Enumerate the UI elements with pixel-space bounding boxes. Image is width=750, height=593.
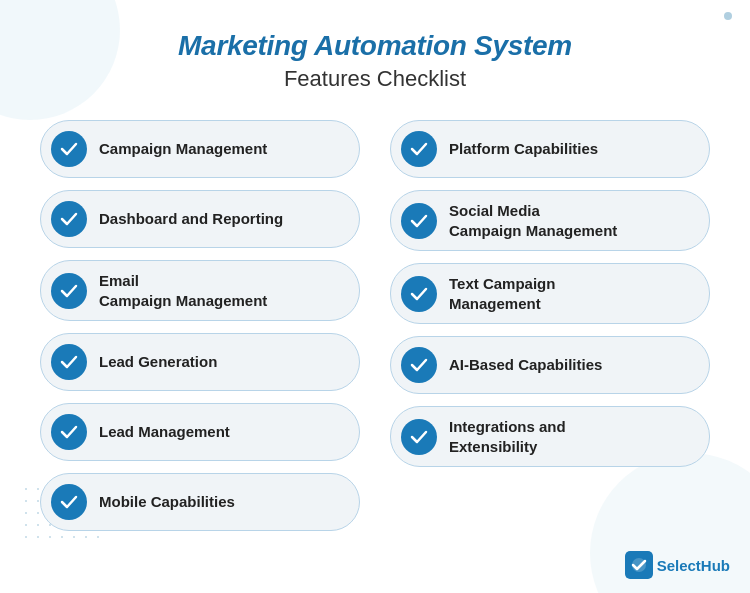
checkmark-svg xyxy=(409,355,429,375)
check-icon-text-campaign xyxy=(401,276,437,312)
check-icon-platform-capabilities xyxy=(401,131,437,167)
main-content: Marketing Automation System Features Che… xyxy=(0,0,750,551)
checkmark-svg xyxy=(59,281,79,301)
checklist-item-platform-capabilities: Platform Capabilities xyxy=(390,120,710,178)
selecthub-logo: SelectHub xyxy=(625,551,730,579)
checklist-grid: Campaign Management Dashboard and Report… xyxy=(40,120,710,531)
label-dashboard-reporting: Dashboard and Reporting xyxy=(99,209,283,229)
checkmark-svg xyxy=(59,352,79,372)
checklist-item-dashboard-reporting: Dashboard and Reporting xyxy=(40,190,360,248)
selecthub-bold: Select xyxy=(657,557,701,574)
checklist-item-social-media: Social MediaCampaign Management xyxy=(390,190,710,251)
checklist-item-text-campaign: Text CampaignManagement xyxy=(390,263,710,324)
checklist-item-campaign-management: Campaign Management xyxy=(40,120,360,178)
check-icon-mobile-capabilities xyxy=(51,484,87,520)
label-mobile-capabilities: Mobile Capabilities xyxy=(99,492,235,512)
checkmark-svg xyxy=(409,427,429,447)
label-platform-capabilities: Platform Capabilities xyxy=(449,139,598,159)
checkmark-svg xyxy=(59,422,79,442)
check-icon-dashboard-reporting xyxy=(51,201,87,237)
checklist-item-integrations: Integrations andExtensibility xyxy=(390,406,710,467)
main-title: Marketing Automation System xyxy=(40,30,710,62)
checkmark-svg xyxy=(59,492,79,512)
left-column: Campaign Management Dashboard and Report… xyxy=(40,120,360,531)
label-ai-based: AI-Based Capabilities xyxy=(449,355,602,375)
checkmark-svg xyxy=(59,209,79,229)
check-icon-social-media xyxy=(401,203,437,239)
page-header: Marketing Automation System Features Che… xyxy=(40,30,710,92)
label-email-campaign: EmailCampaign Management xyxy=(99,271,267,310)
check-icon-lead-generation xyxy=(51,344,87,380)
checklist-item-mobile-capabilities: Mobile Capabilities xyxy=(40,473,360,531)
label-lead-generation: Lead Generation xyxy=(99,352,217,372)
sub-title: Features Checklist xyxy=(40,66,710,92)
check-icon-campaign-management xyxy=(51,131,87,167)
checklist-item-ai-based: AI-Based Capabilities xyxy=(390,336,710,394)
checkmark-svg xyxy=(409,139,429,159)
right-column: Platform Capabilities Social MediaCampai… xyxy=(390,120,710,531)
check-icon-lead-management xyxy=(51,414,87,450)
label-lead-management: Lead Management xyxy=(99,422,230,442)
corner-dot xyxy=(724,12,732,20)
checkmark-svg xyxy=(59,139,79,159)
label-integrations: Integrations andExtensibility xyxy=(449,417,566,456)
checklist-item-lead-management: Lead Management xyxy=(40,403,360,461)
checkmark-svg xyxy=(409,284,429,304)
selecthub-icon xyxy=(625,551,653,579)
label-text-campaign: Text CampaignManagement xyxy=(449,274,555,313)
check-icon-ai-based xyxy=(401,347,437,383)
checklist-item-lead-generation: Lead Generation xyxy=(40,333,360,391)
label-campaign-management: Campaign Management xyxy=(99,139,267,159)
checklist-item-email-campaign: EmailCampaign Management xyxy=(40,260,360,321)
selecthub-text-label: SelectHub xyxy=(657,557,730,574)
label-social-media: Social MediaCampaign Management xyxy=(449,201,617,240)
selecthub-plain: Hub xyxy=(701,557,730,574)
check-icon-integrations xyxy=(401,419,437,455)
checkmark-svg xyxy=(409,211,429,231)
check-icon-email-campaign xyxy=(51,273,87,309)
